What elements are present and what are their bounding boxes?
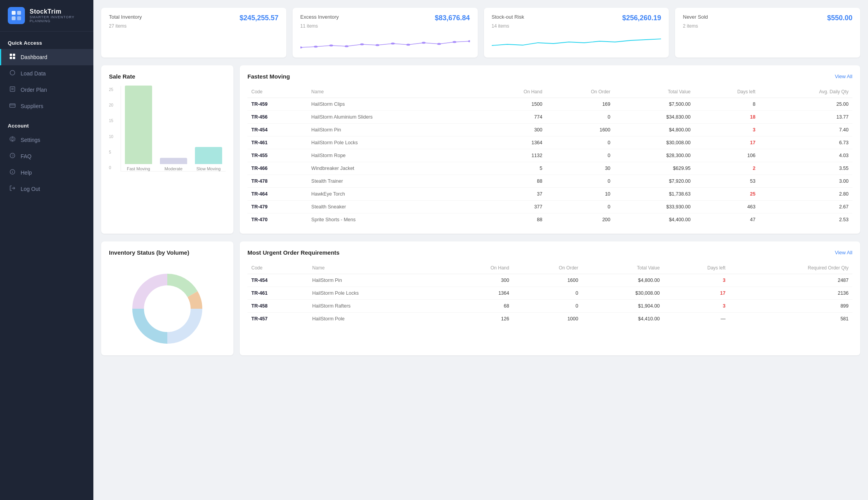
bar-slow-moving: Slow Moving bbox=[195, 147, 222, 171]
svg-point-23 bbox=[345, 45, 349, 47]
cell-avg-daily: 2.53 bbox=[759, 213, 852, 226]
cell-total-value: $34,830.00 bbox=[614, 111, 694, 124]
table-row: TR-458 HailStorm Rafters 68 0 $1,904.00 … bbox=[247, 300, 852, 313]
cell-on-hand: 1364 bbox=[446, 287, 513, 300]
cell-total-value: $30,008.00 bbox=[614, 136, 694, 149]
cell-on-hand: 126 bbox=[446, 313, 513, 325]
table-row: TR-461 HailStorm Pole Locks 1364 0 $30,0… bbox=[247, 287, 852, 300]
bar-fast-moving-fill bbox=[125, 86, 152, 164]
cell-days-left: 25 bbox=[694, 188, 759, 201]
sidebar-item-logout[interactable]: Log Out bbox=[0, 181, 93, 197]
cell-code: TR-459 bbox=[247, 98, 307, 111]
cell-name: Windbreaker Jacket bbox=[307, 162, 480, 175]
stat-stock-out: Stock-out Risk $256,260.19 14 items bbox=[484, 8, 669, 58]
urgent-orders-card: Most Urgent Order Requirements View All … bbox=[240, 241, 860, 355]
cell-name: HailStorm Pole bbox=[308, 313, 446, 325]
table-row: TR-470 Sprite Shorts - Mens 88 200 $4,40… bbox=[247, 213, 852, 226]
cell-avg-daily: 7.40 bbox=[759, 124, 852, 136]
y-label-10: 10 bbox=[109, 135, 113, 139]
sale-rate-card: Sale Rate 25 20 15 10 5 0 Fast Moving bbox=[101, 65, 233, 234]
cell-on-hand: 1500 bbox=[480, 98, 546, 111]
stock-out-value: $256,260.19 bbox=[622, 14, 661, 22]
cell-on-hand: 88 bbox=[480, 175, 546, 188]
col-avg-daily: Avg. Daily Qty bbox=[759, 86, 852, 98]
fastest-moving-table: Code Name On Hand On Order Total Value D… bbox=[247, 86, 852, 226]
y-label-5: 5 bbox=[109, 150, 113, 154]
bar-fast-moving: Fast Moving bbox=[125, 86, 152, 171]
table-row: TR-457 HailStorm Pole 126 1000 $4,410.00… bbox=[247, 313, 852, 325]
table-row: TR-455 HailStorm Rope 1132 0 $28,300.00 … bbox=[247, 149, 852, 162]
cell-req-qty: 581 bbox=[729, 313, 852, 325]
cell-on-hand: 37 bbox=[480, 188, 546, 201]
cell-days-left: 463 bbox=[694, 201, 759, 213]
dashboard-icon bbox=[9, 53, 16, 61]
sidebar-item-order-plan[interactable]: Order Plan bbox=[0, 82, 93, 98]
cell-code: TR-479 bbox=[247, 201, 307, 213]
svg-rect-2 bbox=[12, 16, 16, 20]
cell-req-qty: 2136 bbox=[729, 287, 852, 300]
table-row: TR-461 HailStorm Pole Locks 1364 0 $30,0… bbox=[247, 136, 852, 149]
svg-rect-3 bbox=[17, 16, 21, 20]
cell-on-order: 0 bbox=[546, 175, 614, 188]
col-on-order-urgent: On Order bbox=[513, 262, 582, 274]
sidebar-item-suppliers[interactable]: Suppliers bbox=[0, 98, 93, 114]
cell-avg-daily: 25.00 bbox=[759, 98, 852, 111]
cell-days-left: 3 bbox=[664, 300, 729, 313]
sidebar-logo: StockTrim SMARTER INVENTORY PLANNING bbox=[0, 0, 93, 31]
svg-rect-7 bbox=[13, 57, 15, 59]
y-label-15: 15 bbox=[109, 119, 113, 123]
logo-sub: SMARTER INVENTORY PLANNING bbox=[30, 15, 86, 23]
cell-name: HailStorm Pole Locks bbox=[307, 136, 480, 149]
logo-name: StockTrim bbox=[30, 8, 86, 15]
col-code-urgent: Code bbox=[247, 262, 308, 274]
quick-access-label: Quick Access bbox=[0, 31, 93, 49]
col-code: Code bbox=[247, 86, 307, 98]
urgent-orders-view-all[interactable]: View All bbox=[835, 250, 852, 255]
col-days-left: Days left bbox=[694, 86, 759, 98]
never-sold-label: Never Sold bbox=[683, 14, 708, 20]
fastest-moving-view-all[interactable]: View All bbox=[835, 73, 852, 79]
sale-rate-title: Sale Rate bbox=[109, 73, 226, 80]
col-name-urgent: Name bbox=[308, 262, 446, 274]
excess-sparkline bbox=[300, 32, 470, 51]
never-sold-value: $550.00 bbox=[827, 14, 852, 22]
svg-point-25 bbox=[375, 44, 379, 46]
cell-code: TR-464 bbox=[247, 188, 307, 201]
svg-point-30 bbox=[452, 41, 456, 43]
svg-point-32 bbox=[150, 291, 185, 326]
cell-name: HailStorm Pin bbox=[308, 274, 446, 287]
cell-name: HailStorm Pin bbox=[307, 124, 480, 136]
cell-on-order: 0 bbox=[513, 287, 582, 300]
cell-on-order: 0 bbox=[513, 300, 582, 313]
main-content: Total Inventory $245,255.57 27 items Exc… bbox=[93, 0, 868, 500]
cell-avg-daily: 2.80 bbox=[759, 188, 852, 201]
cell-avg-daily: 4.03 bbox=[759, 149, 852, 162]
load-data-icon bbox=[9, 70, 16, 77]
cell-days-left: — bbox=[664, 313, 729, 325]
sidebar-item-faq[interactable]: ? FAQ bbox=[0, 148, 93, 164]
bar-moderate: Moderate bbox=[160, 158, 187, 171]
cell-on-order: 1000 bbox=[513, 313, 582, 325]
sidebar-item-help[interactable]: Help bbox=[0, 164, 93, 181]
y-label-0: 0 bbox=[109, 166, 113, 170]
excess-inventory-sub: 11 items bbox=[300, 23, 470, 29]
cell-days-left: 8 bbox=[694, 98, 759, 111]
cell-days-left: 47 bbox=[694, 213, 759, 226]
y-label-25: 25 bbox=[109, 87, 113, 92]
dashboard-label: Dashboard bbox=[21, 54, 47, 60]
logout-label: Log Out bbox=[21, 186, 40, 192]
cell-on-hand: 1132 bbox=[480, 149, 546, 162]
order-plan-icon bbox=[9, 86, 16, 94]
cell-days-left: 53 bbox=[694, 175, 759, 188]
svg-point-24 bbox=[360, 44, 364, 45]
sidebar-item-load-data[interactable]: Load Data bbox=[0, 65, 93, 82]
cell-on-order: 0 bbox=[546, 201, 614, 213]
sidebar-item-dashboard[interactable]: Dashboard bbox=[0, 49, 93, 65]
sidebar-item-settings[interactable]: Settings bbox=[0, 132, 93, 148]
svg-rect-12 bbox=[10, 104, 15, 107]
donut-chart bbox=[117, 266, 218, 344]
cell-total-value: $4,410.00 bbox=[582, 313, 663, 325]
svg-point-18 bbox=[12, 171, 13, 171]
cell-days-left: 17 bbox=[694, 136, 759, 149]
cell-name: HailStorm Pole Locks bbox=[308, 287, 446, 300]
